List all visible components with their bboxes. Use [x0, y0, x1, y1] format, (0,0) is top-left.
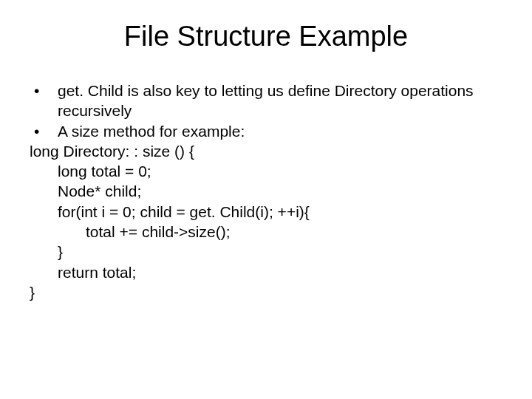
slide-body: • get. Child is also key to letting us d…	[30, 81, 502, 302]
bullet-item: • get. Child is also key to letting us d…	[30, 81, 502, 121]
code-line: long Directory: : size () {	[30, 141, 502, 161]
code-line: total += child->size();	[30, 222, 502, 242]
code-line: long total = 0;	[30, 161, 502, 181]
code-line: Node* child;	[30, 181, 502, 201]
slide-title: File Structure Example	[0, 21, 532, 52]
slide: File Structure Example • get. Child is a…	[0, 21, 532, 399]
bullet-text: get. Child is also key to letting us def…	[58, 81, 502, 121]
code-line: return total;	[30, 262, 502, 282]
bullet-marker: •	[30, 121, 58, 141]
code-line: }	[30, 242, 502, 262]
code-line: for(int i = 0; child = get. Child(i); ++…	[30, 202, 502, 222]
bullet-marker: •	[30, 81, 58, 100]
bullet-item: • A size method for example:	[30, 121, 502, 141]
code-line: }	[30, 282, 502, 302]
bullet-text: A size method for example:	[58, 121, 502, 141]
